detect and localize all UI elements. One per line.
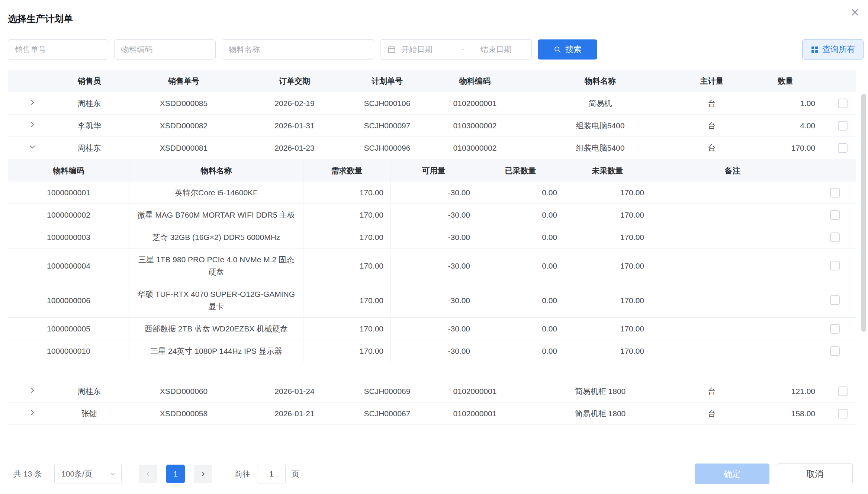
footer-actions: 确定 取消 (695, 463, 853, 484)
sub-cell-required-qty: 170.00 (303, 226, 390, 248)
sub-row-checkbox[interactable] (830, 295, 840, 305)
sub-table-row: 1000000006 华硕 TUF-RTX 4070 SUPER-O12G-GA… (8, 283, 856, 317)
table-row[interactable]: 周桂东 XSDD000060 2026-01-24 SCJH000069 010… (8, 380, 856, 402)
sub-cell-material-code: 1000000005 (8, 318, 129, 340)
cell-plan-no: SCJH000096 (343, 144, 431, 153)
search-button[interactable]: 搜索 (538, 39, 597, 60)
cell-material-code: 0102000001 (431, 387, 519, 396)
sub-cell-material-name: 西部数据 2TB 蓝盘 WD20EZBX 机械硬盘 (129, 318, 303, 340)
row-checkbox[interactable] (838, 409, 848, 418)
chevron-right-icon[interactable] (28, 386, 36, 394)
sub-cell-unpurchased-qty: 170.00 (564, 226, 651, 248)
chevron-right-icon[interactable] (28, 98, 36, 106)
query-all-label: 查询所有 (822, 44, 855, 55)
sub-header-available-qty: 可用量 (390, 159, 477, 182)
cell-unit: 台 (682, 386, 742, 397)
sub-table-row: 1000000010 三星 24英寸 1080P 144Hz IPS 显示器 1… (8, 340, 856, 362)
sub-cell-material-code: 1000000004 (8, 248, 129, 283)
row-checkbox[interactable] (838, 386, 848, 396)
sub-cell-required-qty: 170.00 (303, 340, 390, 362)
table-row[interactable]: 周桂东 XSDD000085 2026-02-19 SCJH000106 010… (8, 92, 856, 115)
cell-salesperson: 周桂东 (57, 98, 122, 109)
page-size-select[interactable]: 100条/页 (54, 464, 122, 484)
sub-header-remark: 备注 (651, 159, 814, 182)
sub-row-checkbox[interactable] (830, 210, 840, 220)
sub-row-checkbox[interactable] (830, 261, 840, 270)
cancel-button[interactable]: 取消 (777, 463, 853, 484)
sales-order-input[interactable] (8, 39, 108, 60)
sub-row-checkbox[interactable] (830, 346, 840, 356)
sub-cell-unpurchased-qty: 170.00 (564, 340, 651, 362)
close-icon[interactable]: × (851, 5, 859, 19)
cell-salesperson: 周桂东 (57, 386, 122, 397)
cell-delivery-date: 2026-02-19 (246, 99, 343, 108)
sub-cell-available-qty: -30.00 (390, 318, 477, 340)
header-material-name: 物料名称 (519, 76, 682, 86)
sub-cell-material-name: 微星 MAG B760M MORTAR WIFI DDR5 主板 (129, 204, 303, 226)
cell-delivery-date: 2026-01-31 (246, 121, 343, 130)
sub-table: 物料编码 物料名称 需求数量 可用量 已采数量 未采数量 备注 10000000… (8, 159, 856, 362)
cell-plan-no: SCJH000097 (343, 121, 431, 130)
prev-page-button[interactable] (139, 465, 157, 483)
cell-sales-order-no: XSDD000060 (122, 387, 246, 396)
cell-plan-no: SCJH000106 (343, 99, 431, 108)
sub-row-checkbox[interactable] (830, 232, 840, 242)
chevron-right-icon[interactable] (28, 121, 36, 129)
cell-sales-order-no: XSDD000058 (122, 409, 246, 418)
sub-cell-required-qty: 170.00 (303, 182, 390, 203)
cell-quantity: 121.00 (742, 387, 829, 396)
table-row[interactable]: 张键 XSDD000058 2026-01-21 SCJH000067 0102… (8, 402, 856, 425)
sub-cell-purchased-qty: 0.00 (477, 340, 564, 362)
row-checkbox[interactable] (838, 143, 848, 153)
sub-row-checkbox[interactable] (830, 324, 840, 334)
sub-cell-available-qty: -30.00 (390, 226, 477, 248)
cell-unit: 台 (682, 143, 742, 153)
sub-cell-purchased-qty: 0.00 (477, 283, 564, 317)
material-code-input[interactable] (114, 39, 216, 60)
sub-header-material-name: 物料名称 (129, 159, 303, 182)
table-row[interactable]: 周桂东 XSDD000081 2026-01-23 SCJH000096 010… (8, 137, 856, 159)
sub-cell-material-name: 华硕 TUF-RTX 4070 SUPER-O12G-GAMING 显卡 (129, 283, 303, 317)
page-title: 选择生产计划单 (8, 12, 860, 25)
sub-cell-required-qty: 170.00 (303, 283, 390, 317)
date-start-placeholder: 开始日期 (401, 44, 459, 55)
header-sales-order-no: 销售单号 (122, 76, 246, 86)
sub-cell-material-code: 1000000001 (8, 182, 129, 203)
sub-cell-unpurchased-qty: 170.00 (564, 318, 651, 340)
next-page-button[interactable] (194, 465, 212, 483)
goto-page-input[interactable] (257, 464, 286, 484)
chevron-down-icon[interactable] (28, 143, 36, 151)
cell-delivery-date: 2026-01-23 (246, 144, 343, 153)
total-count-label: 共 13 条 (13, 469, 42, 479)
cell-plan-no: SCJH000069 (343, 387, 431, 396)
sub-header-required-qty: 需求数量 (303, 159, 390, 182)
search-icon (553, 45, 562, 54)
main-table-header: 销售员 销售单号 订单交期 计划单号 物料编码 物料名称 主计量 数量 (8, 70, 856, 92)
sub-table-row: 1000000001 英特尔Core i5-14600KF 170.00 -30… (8, 182, 856, 203)
query-all-button[interactable]: 查询所有 (802, 39, 864, 60)
sub-cell-available-qty: -30.00 (390, 248, 477, 283)
row-checkbox[interactable] (838, 99, 848, 108)
cell-material-code: 0102000001 (431, 409, 519, 418)
material-name-input[interactable] (222, 39, 374, 60)
chevron-right-icon[interactable] (28, 408, 36, 417)
sub-cell-purchased-qty: 0.00 (477, 248, 564, 283)
sub-checkbox-column-header (814, 159, 856, 182)
calendar-icon (387, 45, 396, 54)
sub-table-row: 1000000002 微星 MAG B760M MORTAR WIFI DDR5… (8, 203, 856, 226)
confirm-button[interactable]: 确定 (695, 463, 769, 484)
date-range-picker[interactable]: 开始日期 - 结束日期 (380, 39, 532, 60)
cell-material-name: 简易机 (519, 98, 682, 109)
cell-material-code: 0103000002 (431, 144, 519, 153)
cell-delivery-date: 2026-01-21 (246, 409, 343, 418)
sub-cell-remark (651, 248, 814, 283)
row-checkbox[interactable] (838, 121, 848, 131)
sub-cell-available-qty: -30.00 (390, 283, 477, 317)
vertical-scrollbar[interactable] (861, 94, 866, 332)
sub-row-checkbox[interactable] (830, 188, 840, 198)
page-number-1[interactable]: 1 (166, 465, 185, 483)
sub-cell-remark (651, 182, 814, 203)
table-row[interactable]: 李凯华 XSDD000082 2026-01-31 SCJH000097 010… (8, 115, 856, 137)
header-salesperson: 销售员 (57, 76, 122, 86)
sub-header-unpurchased-qty: 未采数量 (564, 159, 651, 182)
